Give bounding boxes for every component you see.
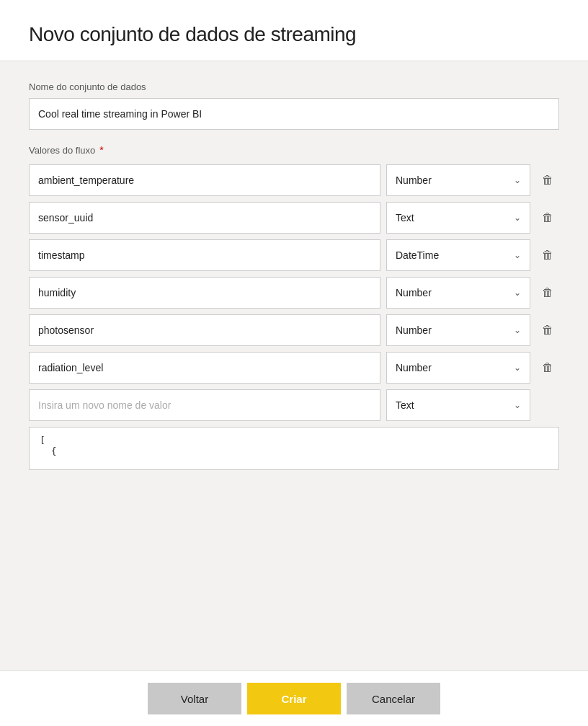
- flow-row-4: Number ⌄ 🗑: [29, 277, 559, 309]
- row-4-delete-button[interactable]: 🗑: [536, 281, 559, 304]
- flow-row-5: Number ⌄ 🗑: [29, 314, 559, 346]
- row-1-delete-button[interactable]: 🗑: [536, 169, 559, 192]
- row-6-delete-button[interactable]: 🗑: [536, 356, 559, 379]
- trash-icon: 🗑: [542, 286, 553, 299]
- chevron-down-icon: ⌄: [514, 175, 521, 185]
- row-3-delete-button[interactable]: 🗑: [536, 244, 559, 267]
- trash-icon: 🗑: [542, 361, 553, 374]
- back-button[interactable]: Voltar: [148, 683, 241, 714]
- flow-row-2: Text ⌄ 🗑: [29, 202, 559, 234]
- json-preview: [ {: [29, 427, 559, 470]
- flow-values-section: Valores do fluxo * Number ⌄ 🗑 Text ⌄ 🗑: [29, 144, 559, 470]
- row-1-name-input[interactable]: [29, 164, 380, 196]
- page-footer: Voltar Criar Cancelar: [0, 670, 588, 726]
- row-4-name-input[interactable]: [29, 277, 380, 309]
- row-2-name-input[interactable]: [29, 202, 380, 234]
- row-3-name-input[interactable]: [29, 239, 380, 271]
- chevron-down-icon: ⌄: [514, 400, 521, 410]
- required-star: *: [99, 144, 103, 156]
- row-1-type-select[interactable]: Number ⌄: [386, 164, 530, 196]
- trash-icon: 🗑: [542, 174, 553, 187]
- row-4-type-select[interactable]: Number ⌄: [386, 277, 530, 309]
- trash-icon: 🗑: [542, 249, 553, 262]
- chevron-down-icon: ⌄: [514, 325, 521, 335]
- trash-icon: 🗑: [542, 324, 553, 337]
- page-title: Novo conjunto de dados de streaming: [29, 23, 559, 46]
- flow-row-1: Number ⌄ 🗑: [29, 164, 559, 196]
- row-5-type-select[interactable]: Number ⌄: [386, 314, 530, 346]
- flow-values-label: Valores do fluxo *: [29, 144, 559, 156]
- row-2-delete-button[interactable]: 🗑: [536, 206, 559, 229]
- flow-row-new: Text ⌄: [29, 389, 559, 421]
- chevron-down-icon: ⌄: [514, 250, 521, 260]
- chevron-down-icon: ⌄: [514, 363, 521, 373]
- dataset-name-input[interactable]: [29, 98, 559, 130]
- flow-row-3: DateTime ⌄ 🗑: [29, 239, 559, 271]
- dataset-name-section: Nome do conjunto de dados: [29, 81, 559, 130]
- page-header: Novo conjunto de dados de streaming: [0, 0, 588, 61]
- row-3-type-select[interactable]: DateTime ⌄: [386, 239, 530, 271]
- row-6-type-select[interactable]: Number ⌄: [386, 352, 530, 384]
- row-5-delete-button[interactable]: 🗑: [536, 319, 559, 342]
- trash-icon: 🗑: [542, 211, 553, 224]
- row-6-name-input[interactable]: [29, 352, 380, 384]
- cancel-button[interactable]: Cancelar: [347, 683, 440, 714]
- new-row-name-input[interactable]: [29, 389, 380, 421]
- row-5-name-input[interactable]: [29, 314, 380, 346]
- flow-row-6: Number ⌄ 🗑: [29, 352, 559, 384]
- new-row-type-select[interactable]: Text ⌄: [386, 389, 530, 421]
- chevron-down-icon: ⌄: [514, 213, 521, 223]
- chevron-down-icon: ⌄: [514, 288, 521, 298]
- dataset-name-label: Nome do conjunto de dados: [29, 81, 559, 92]
- create-button[interactable]: Criar: [247, 683, 341, 714]
- row-2-type-select[interactable]: Text ⌄: [386, 202, 530, 234]
- page-content: Nome do conjunto de dados Valores do flu…: [0, 61, 588, 670]
